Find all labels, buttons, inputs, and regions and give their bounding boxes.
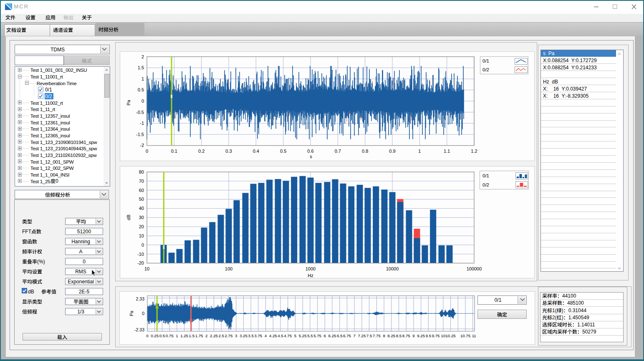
svg-text:10: 10: [144, 266, 149, 271]
svg-text:6: 6: [323, 333, 326, 338]
svg-text:4.75: 4.75: [284, 333, 292, 338]
svg-text:0: 0: [146, 333, 149, 338]
svg-text:50279: 50279: [582, 329, 596, 335]
svg-text:5: 5: [294, 333, 296, 338]
svg-text:1.25: 1.25: [180, 333, 188, 338]
svg-text:2.5: 2.5: [218, 333, 224, 338]
svg-text:0.7: 0.7: [335, 149, 341, 154]
svg-text:10.75: 10.75: [460, 333, 470, 338]
svg-text:6.25: 6.25: [328, 333, 336, 338]
svg-text:7.5: 7.5: [366, 333, 371, 338]
svg-text:-2.33: -2.33: [134, 327, 144, 332]
svg-text:10000: 10000: [386, 266, 399, 271]
svg-text:1.14011: 1.14011: [577, 322, 595, 328]
svg-text:1.75: 1.75: [195, 333, 203, 338]
svg-text:-20: -20: [137, 260, 144, 265]
svg-text:0.5: 0.5: [159, 333, 164, 338]
svg-text:-0.5: -0.5: [136, 110, 144, 115]
svg-text:): ): [562, 315, 563, 321]
svg-text:1: 1: [176, 333, 178, 338]
svg-text:7.75: 7.75: [372, 333, 380, 338]
svg-text:9.25: 9.25: [417, 333, 425, 338]
svg-text:3.25: 3.25: [239, 333, 247, 338]
svg-text:4.5: 4.5: [278, 333, 283, 338]
svg-text:0.5: 0.5: [138, 87, 144, 92]
svg-text:0: 0: [142, 311, 144, 316]
svg-text:1.2: 1.2: [471, 149, 477, 154]
svg-text:2: 2: [141, 54, 144, 59]
svg-text:40: 40: [139, 206, 144, 211]
svg-text:60: 60: [139, 188, 144, 193]
svg-text:1.5: 1.5: [138, 65, 144, 70]
svg-text:1.450549: 1.450549: [568, 315, 589, 321]
svg-text:4.25: 4.25: [269, 333, 277, 338]
svg-text:): ): [562, 308, 563, 313]
svg-text:9.5: 9.5: [425, 333, 431, 338]
svg-text:8.5: 8.5: [396, 333, 401, 338]
svg-text:1.1: 1.1: [444, 149, 450, 154]
svg-text:6.75: 6.75: [343, 333, 351, 338]
svg-text:0.9: 0.9: [389, 149, 395, 154]
svg-text:0.8: 0.8: [362, 149, 368, 154]
svg-text:Hz: Hz: [308, 273, 313, 278]
svg-text:7: 7: [353, 333, 355, 338]
svg-text:Pa: Pa: [126, 99, 131, 105]
svg-text:FFT: FFT: [22, 229, 32, 235]
svg-text:-1: -1: [140, 121, 144, 126]
svg-text:2.25: 2.25: [210, 333, 218, 338]
svg-text:5.25: 5.25: [298, 333, 306, 338]
svg-text:0.6: 0.6: [307, 149, 313, 154]
svg-text:11: 11: [472, 333, 476, 338]
svg-text:10: 10: [139, 233, 144, 238]
svg-text:-2: -2: [140, 143, 144, 148]
svg-text:9.75: 9.75: [432, 333, 439, 338]
svg-text:1: 1: [418, 149, 421, 154]
svg-text:80: 80: [139, 169, 144, 174]
svg-text:2.75: 2.75: [225, 333, 232, 338]
svg-text:50: 50: [139, 197, 144, 202]
svg-text:4: 4: [264, 333, 267, 338]
svg-text:8.25: 8.25: [387, 333, 395, 338]
svg-text:1.5: 1.5: [189, 333, 194, 338]
svg-text:3.5: 3.5: [248, 333, 253, 338]
svg-text:485100: 485100: [567, 300, 584, 306]
svg-text:10: 10: [441, 333, 445, 338]
svg-text:0.31044: 0.31044: [568, 308, 587, 313]
svg-text:dB: dB: [126, 215, 131, 220]
svg-text:Pa: Pa: [129, 311, 134, 316]
svg-text:5.75: 5.75: [313, 333, 321, 338]
svg-text:0.3: 0.3: [225, 149, 232, 154]
svg-text:44100: 44100: [562, 293, 576, 299]
svg-text:0.1: 0.1: [171, 149, 177, 154]
svg-text:1: 1: [141, 76, 144, 81]
svg-text:(%): (%): [37, 259, 45, 265]
svg-text:9: 9: [412, 333, 414, 338]
svg-text:2: 2: [205, 333, 207, 338]
svg-text:0: 0: [146, 149, 148, 154]
svg-text:0: 0: [141, 242, 144, 247]
svg-text:100000: 100000: [467, 266, 482, 271]
svg-text:20: 20: [139, 224, 144, 229]
svg-text:0.4: 0.4: [253, 149, 259, 154]
svg-text:0.25: 0.25: [151, 333, 159, 338]
svg-text:1(: 1(: [552, 308, 557, 313]
svg-text:30: 30: [139, 215, 144, 220]
svg-text:-10: -10: [137, 252, 144, 257]
svg-text:2.33: 2.33: [136, 296, 144, 301]
svg-text:0: 0: [56, 178, 58, 184]
svg-text:0.2: 0.2: [198, 149, 205, 154]
svg-text:10.25: 10.25: [445, 333, 455, 338]
svg-text:-1.5: -1.5: [136, 132, 144, 137]
svg-text:3: 3: [235, 333, 237, 338]
svg-text:2(: 2(: [552, 315, 557, 321]
svg-text:0: 0: [141, 98, 144, 104]
svg-text:5.5: 5.5: [307, 333, 313, 338]
svg-text:0.75: 0.75: [165, 333, 173, 338]
svg-text:8: 8: [383, 333, 385, 338]
svg-text:s: s: [310, 154, 312, 159]
svg-text:0.5: 0.5: [280, 149, 286, 154]
svg-text:100: 100: [225, 266, 232, 271]
svg-text:6.5: 6.5: [337, 333, 342, 338]
svg-text:3.75: 3.75: [254, 333, 262, 338]
svg-text:1000: 1000: [306, 266, 316, 271]
